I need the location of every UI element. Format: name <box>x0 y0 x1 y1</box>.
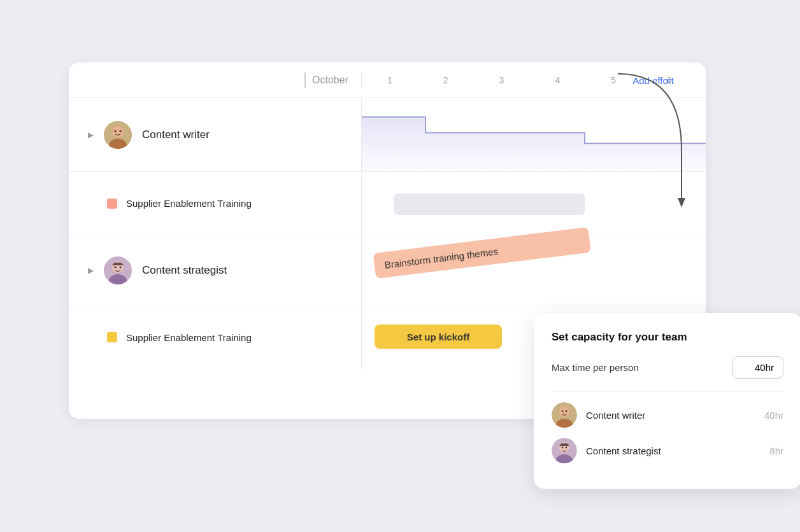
capacity-popup: Set capacity for your team Max time per … <box>534 313 800 489</box>
svg-point-4 <box>115 130 117 132</box>
day-5: 5 <box>611 75 616 85</box>
row-right-supplier-1 <box>362 172 706 235</box>
row-title-supplier-1: Supplier Enablement Training <box>126 198 252 209</box>
svg-point-11 <box>120 266 122 268</box>
svg-point-22 <box>566 447 568 449</box>
popup-person-name-0: Content writer <box>586 410 755 421</box>
popup-person-hours-0: 40hr <box>764 410 783 421</box>
svg-point-5 <box>120 130 122 132</box>
row-left-content-writer: ▶ Content writer <box>69 98 362 172</box>
expand-arrow-content-strategist[interactable]: ▶ <box>88 266 94 275</box>
dot-supplier-2 <box>107 332 117 342</box>
row-content-strategist: ▶ Content strategist <box>69 235 706 305</box>
popup-max-time-input[interactable] <box>732 356 783 379</box>
burndown-chart <box>362 98 706 171</box>
task-bar-kickoff: Set up kickoff <box>375 325 502 349</box>
popup-avatar-1 <box>552 438 577 463</box>
day-1: 1 <box>387 75 392 85</box>
row-right-content-writer <box>362 98 706 172</box>
header-right: 1 2 3 4 5 6 Add effort <box>362 75 706 85</box>
task-bar-kickoff-label: Set up kickoff <box>407 332 469 342</box>
popup-person-row-1: Content strategist 8hr <box>552 438 783 463</box>
popup-person-name-1: Content strategist <box>586 445 761 456</box>
svg-point-16 <box>562 410 564 412</box>
svg-point-21 <box>562 447 564 449</box>
svg-point-3 <box>112 126 124 137</box>
row-left-content-strategist: ▶ Content strategist <box>69 235 362 305</box>
svg-point-17 <box>566 410 568 412</box>
popup-avatar-0 <box>552 402 577 428</box>
popup-divider <box>552 391 783 392</box>
month-divider-line <box>304 73 306 88</box>
row-title-supplier-2: Supplier Enablement Training <box>126 332 252 343</box>
popup-max-time-label: Max time per person <box>552 362 639 373</box>
add-effort-button[interactable]: Add effort <box>632 74 674 85</box>
task-bar-brainstorm-label: Brainstorm training themes <box>384 246 499 270</box>
svg-point-10 <box>115 266 117 268</box>
row-right-content-strategist: Brainstorm training themes <box>362 235 706 305</box>
day-numbers: 1 2 3 4 5 6 <box>387 75 672 85</box>
avatar-content-strategist <box>104 256 132 284</box>
row-left-supplier-2: Supplier Enablement Training <box>69 305 362 369</box>
popup-max-time-row: Max time per person <box>552 356 783 379</box>
popup-title: Set capacity for your team <box>552 331 783 344</box>
gantt-header: October 1 2 3 4 5 6 Add effort <box>69 62 706 98</box>
expand-arrow-content-writer[interactable]: ▶ <box>88 130 94 139</box>
row-left-supplier-1: Supplier Enablement Training <box>69 172 362 235</box>
task-bar-gray <box>394 193 585 215</box>
header-left: October <box>69 73 362 88</box>
popup-person-hours-1: 8hr <box>769 445 783 456</box>
row-content-writer: ▶ Content writer <box>69 98 706 172</box>
row-supplier-1: Supplier Enablement Training <box>69 172 706 235</box>
row-title-content-strategist: Content strategist <box>142 264 227 277</box>
dot-supplier-1 <box>107 199 117 209</box>
month-label: October <box>312 74 348 86</box>
day-3: 3 <box>499 75 504 85</box>
day-4: 4 <box>555 75 560 85</box>
popup-person-row-0: Content writer 40hr <box>552 402 783 428</box>
day-2: 2 <box>443 75 448 85</box>
avatar-content-writer <box>104 121 132 149</box>
row-title-content-writer: Content writer <box>142 129 210 141</box>
